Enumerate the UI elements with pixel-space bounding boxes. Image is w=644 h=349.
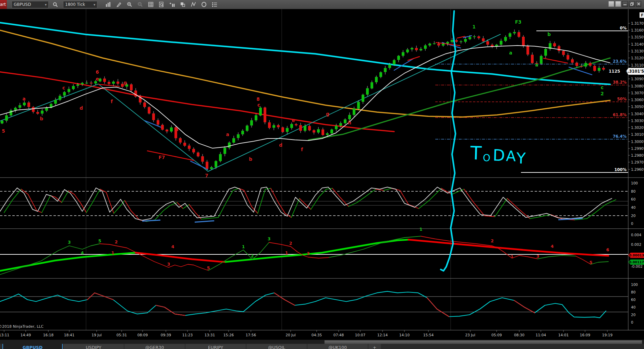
grid-icon[interactable]: [146, 1, 155, 8]
chevron-down-icon: ▾: [45, 3, 47, 7]
interval-select[interactable]: 1800 Tick ▾: [63, 1, 97, 8]
search-icon[interactable]: [51, 1, 60, 8]
today-letter: A: [506, 149, 516, 166]
toolbar: art GBPUSD ▾ 1800 Tick ▾: [0, 0, 644, 9]
list-icon[interactable]: [210, 1, 219, 8]
zoom-in-icon[interactable]: [125, 1, 134, 8]
last-price-marker: 1.3101'5: [626, 68, 644, 75]
add-tab-button[interactable]: +: [368, 344, 381, 349]
tab-gbpusd[interactable]: GBPUSD: [2, 344, 63, 349]
toolbar-button[interactable]: [608, 1, 614, 7]
zigzag-icon[interactable]: [189, 1, 198, 8]
tab-ger30[interactable]: @GER30: [124, 344, 185, 349]
close-button[interactable]: [636, 1, 641, 7]
tab-usoil[interactable]: @USOIL: [246, 344, 307, 349]
pencil-icon[interactable]: [114, 1, 123, 8]
today-letter: D: [493, 147, 505, 166]
today-letter: Y: [516, 151, 526, 166]
indicator-value-marker: 0.00013: [628, 253, 644, 258]
tab-usdjpy[interactable]: USDJPY: [63, 344, 124, 349]
ellipse-icon[interactable]: [199, 1, 208, 8]
instrument-select[interactable]: GBPUSD ▾: [12, 1, 49, 8]
window-tab-chart[interactable]: art: [0, 0, 7, 9]
page-search-icon[interactable]: [157, 1, 166, 8]
restore-button[interactable]: [629, 1, 635, 7]
minimize-button[interactable]: [622, 1, 628, 7]
tick-countdown: 1125: [609, 69, 620, 74]
bar-chart-icon[interactable]: [104, 1, 113, 8]
copyright-text: ©2018 NinjaTrader, LLC: [0, 324, 44, 329]
tab-uk100[interactable]: @UK100: [307, 344, 368, 349]
chart-canvas[interactable]: [0, 0, 644, 349]
chevron-down-icon: ▾: [94, 3, 95, 7]
layers-icon[interactable]: [178, 1, 187, 8]
instrument-tab-bar: GBPUSDUSDJPY@GER30EURJPY@USOIL@UK100+: [0, 344, 644, 349]
toolbar-button[interactable]: [615, 1, 621, 7]
horizontal-scrollbar[interactable]: [0, 339, 644, 344]
ninjatrader-chart-window: art GBPUSD ▾ 1800 Tick ▾ 1.3170'01.3160'…: [0, 0, 644, 349]
instrument-value: GBPUSD: [14, 2, 31, 7]
interval-value: 1800 Tick: [65, 2, 85, 7]
axis-partial-box: F: [640, 12, 644, 18]
zoom-out-icon[interactable]: [136, 1, 145, 8]
today-letter: T: [470, 144, 482, 165]
indicator-value-marker: -0.00117: [628, 260, 644, 265]
today-annotation: TODAY: [470, 144, 526, 166]
today-letter: O: [483, 153, 490, 165]
tab-eurjpy[interactable]: EURJPY: [185, 344, 246, 349]
chart-style-icon[interactable]: [168, 1, 177, 8]
